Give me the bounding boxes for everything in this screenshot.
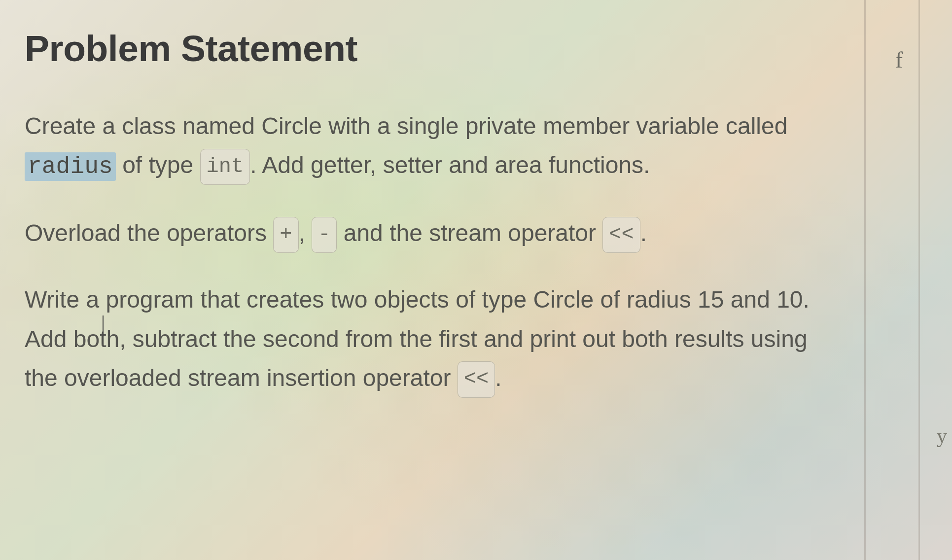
- paragraph-1: Create a class named Circle with a singl…: [25, 106, 838, 186]
- code-radius: radius: [25, 152, 116, 181]
- code-chip-plus: +: [273, 217, 298, 253]
- paragraph-2: Overload the operators +, - and the stre…: [25, 213, 838, 253]
- page-heading: Problem Statement: [25, 27, 927, 70]
- para2-text-4: .: [640, 220, 647, 246]
- paragraph-3: Write a program that creates two objects…: [25, 280, 838, 397]
- para1-text-2: of type: [116, 152, 200, 178]
- para2-text-3: and the stream operator: [337, 220, 602, 246]
- code-chip-stream-2: <<: [458, 361, 495, 397]
- para3-text-1b: h, subtract the second from the first an…: [25, 326, 808, 391]
- para2-text-1: Overload the operators: [25, 220, 273, 246]
- para1-text-1: Create a class named Circle with a singl…: [25, 113, 787, 139]
- code-chip-stream: <<: [602, 217, 640, 253]
- para2-text-2: ,: [299, 220, 312, 246]
- code-chip-int: int: [200, 149, 250, 185]
- para3-text-2: .: [495, 365, 501, 391]
- code-chip-minus: -: [312, 217, 337, 253]
- para1-text-3: . Add getter, setter and area functions.: [250, 152, 650, 178]
- content-area: Problem Statement Create a class named C…: [0, 0, 952, 560]
- text-cursor: t: [100, 319, 106, 358]
